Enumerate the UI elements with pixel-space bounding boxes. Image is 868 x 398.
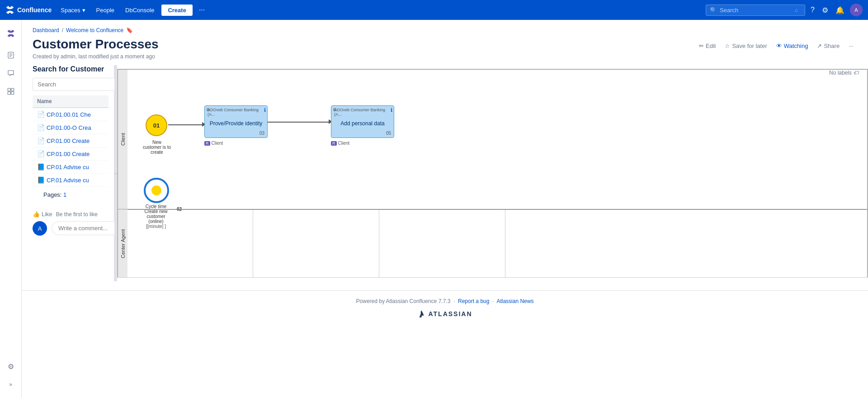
- like-section: 👍 Like Be the first to like: [33, 207, 108, 218]
- col-divider-2: [379, 210, 379, 278]
- atlassian-news-link[interactable]: Atlassian News: [496, 298, 533, 304]
- table-row[interactable]: 📘CP.01 Advise cu: [33, 161, 108, 174]
- node1-role-badge: R: [204, 141, 210, 146]
- client-lane: Client 01 New customer is to crea: [118, 69, 868, 209]
- cycle-inner-circle: [151, 185, 161, 195]
- process-node-1[interactable]: ADOveb Consumer Banking (A... ⚙ ℹ Prove/…: [204, 105, 268, 138]
- more-nav-button[interactable]: ···: [196, 4, 208, 16]
- atlassian-footer: Powered by Atlassian Confluence 7.7.3 · …: [22, 290, 868, 325]
- node1-info-icon[interactable]: ℹ: [264, 107, 266, 113]
- node2-role-badge: R: [331, 141, 337, 146]
- table-row[interactable]: 📘CP.01 Advise cu: [33, 174, 108, 187]
- table-row[interactable]: 📄CP.01.00.01 Che: [33, 108, 108, 121]
- user-avatar[interactable]: A: [850, 4, 863, 16]
- confluence-logo[interactable]: Confluence: [5, 5, 52, 14]
- top-navigation: Confluence Spaces ▾ People DbConsole Cre…: [0, 0, 868, 20]
- comment-avatar: A: [33, 221, 47, 236]
- no-labels-section: No labels 🏷: [829, 70, 859, 76]
- search-icon: 🔍: [710, 7, 717, 14]
- svg-rect-5: [11, 88, 14, 91]
- start-event-1: 01: [146, 114, 167, 136]
- people-nav[interactable]: People: [93, 5, 118, 15]
- node2-label: Add personal data: [334, 120, 391, 127]
- breadcrumb-welcome[interactable]: Welcome to Confluence: [66, 27, 123, 33]
- node1-symbol: ⚙: [206, 107, 210, 112]
- diagram-area: Client 01 New customer is to crea: [117, 65, 868, 281]
- dbconsole-nav[interactable]: DbConsole: [122, 5, 158, 15]
- arrow-2: [268, 122, 331, 123]
- watching-button[interactable]: 👁 Watching: [773, 41, 812, 51]
- be-first-text: Be the first to like: [56, 211, 98, 218]
- chevron-down-icon: ▾: [82, 7, 85, 14]
- breadcrumb-sep1: /: [62, 27, 63, 33]
- process-node-2[interactable]: ADOveb Consumer Banking (A... ⚙ ℹ Add pe…: [331, 105, 394, 138]
- more-actions-button[interactable]: ···: [845, 41, 857, 51]
- page-title-area: Customer Processes Created by admin, las…: [33, 37, 159, 60]
- search-panel: Search for Customer Name 📄CP.01.00.01 Ch…: [22, 65, 114, 281]
- search-input[interactable]: [720, 7, 792, 14]
- col-divider-1: [253, 210, 253, 278]
- page-header: Customer Processes Created by admin, las…: [22, 37, 868, 60]
- eye-icon: 👁: [776, 43, 782, 49]
- node2-symbol: ⚙: [333, 107, 337, 112]
- sidebar-settings-icon[interactable]: ⚙: [3, 358, 19, 374]
- share-button[interactable]: ↗ Share: [813, 41, 843, 51]
- process-diagram: Client 01 New customer is to crea: [117, 69, 868, 278]
- page-actions: ✏ Edit ☆ Save for later 👁 Watching ↗ Sha…: [695, 37, 857, 51]
- notifications-button[interactable]: 🔔: [834, 4, 846, 16]
- share-icon: ↗: [817, 43, 822, 49]
- pages-section: Pages: 1: [33, 191, 108, 202]
- breadcrumb-dashboard[interactable]: Dashboard: [33, 27, 59, 33]
- help-button[interactable]: ?: [809, 4, 816, 16]
- node2-info-icon[interactable]: ℹ: [391, 107, 392, 113]
- node1-num: 03: [259, 131, 264, 136]
- col-divider-3: [505, 210, 505, 278]
- create-button[interactable]: Create: [161, 5, 192, 16]
- node1-role: R Client: [204, 141, 223, 146]
- edit-icon: ✏: [699, 43, 704, 49]
- svg-rect-7: [11, 92, 14, 95]
- client-lane-label: Client: [118, 69, 127, 209]
- node2-role: R Client: [331, 141, 349, 146]
- save-for-later-button[interactable]: ☆ Save for later: [721, 41, 770, 51]
- search-box[interactable]: 🔍 ⌕: [706, 5, 805, 16]
- sidebar-expand-icon[interactable]: »: [3, 376, 19, 393]
- page-title: Customer Processes: [33, 37, 159, 52]
- start1-text: New customer is to create: [137, 140, 177, 155]
- spaces-menu[interactable]: Spaces ▾: [57, 5, 89, 15]
- node2-num: 05: [386, 131, 391, 136]
- node1-header: ADOveb Consumer Banking (A...: [208, 108, 264, 117]
- client-lane-content: 01 New customer is to create: [127, 69, 868, 209]
- edit-button[interactable]: ✏ Edit: [695, 41, 719, 51]
- cycle-event-2: [144, 178, 169, 203]
- atlassian-logo: ATLASSIAN: [29, 310, 861, 318]
- center-agent-lane-label: Center Agent: [118, 209, 127, 278]
- settings-button[interactable]: ⚙: [820, 4, 830, 16]
- sidebar-item-templates[interactable]: [3, 83, 19, 100]
- bookmark-icon[interactable]: 🔖: [126, 27, 133, 33]
- col-name: Name: [33, 95, 108, 108]
- svg-rect-4: [8, 88, 10, 91]
- customer-search-input[interactable]: [33, 78, 123, 91]
- node1-label: Prove/Provide identity: [208, 120, 264, 127]
- sidebar-item-logo[interactable]: [3, 25, 19, 42]
- sidebar-item-comments[interactable]: [3, 65, 19, 81]
- table-row[interactable]: 📄CP.01.00-O Crea: [33, 121, 108, 134]
- like-button[interactable]: 👍 Like: [33, 211, 52, 218]
- comment-section: A: [33, 218, 108, 236]
- report-bug-link[interactable]: Report a bug: [458, 298, 489, 304]
- center-agent-lane: Center Agent: [118, 209, 868, 278]
- center-agent-content: [127, 209, 868, 278]
- page-meta: Created by admin, last modified just a m…: [33, 53, 159, 60]
- results-table: Name 📄CP.01.00.01 Che📄CP.01.00-O Crea📄CP…: [33, 95, 108, 187]
- breadcrumb: Dashboard / Welcome to Confluence 🔖: [22, 20, 868, 33]
- table-row[interactable]: 📄CP.01.00 Create: [33, 134, 108, 147]
- diagram-inner: Client 01 New customer is to crea: [118, 69, 868, 278]
- sidebar-item-pages[interactable]: [3, 47, 19, 63]
- thumbs-up-icon: 👍: [33, 211, 40, 218]
- node2-header: ADOveb Consumer Banking (A...: [334, 108, 391, 117]
- table-row[interactable]: 📄CP.01.00 Create: [33, 147, 108, 161]
- label-tag-icon[interactable]: 🏷: [854, 70, 859, 76]
- svg-rect-6: [8, 92, 10, 95]
- page-1-link[interactable]: 1: [63, 191, 66, 198]
